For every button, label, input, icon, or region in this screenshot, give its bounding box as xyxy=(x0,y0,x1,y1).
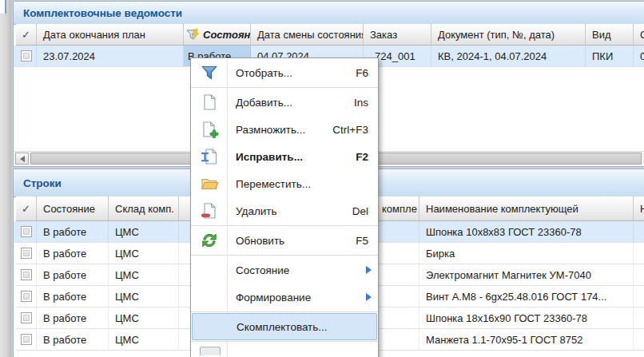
menu-item-label: Формирование xyxy=(227,292,378,303)
menu-item-label: Размножить... xyxy=(227,124,332,136)
row-check-cell[interactable] xyxy=(16,221,37,243)
menu-item-label: Отобрать... xyxy=(227,67,356,79)
cell-o: 06 xyxy=(634,46,644,67)
row-check-cell[interactable] xyxy=(16,286,37,307)
menu-item-formirovanie[interactable]: Формирование xyxy=(191,284,378,311)
column-header-check[interactable]: ✓ xyxy=(16,196,37,221)
checkmark-icon: ✓ xyxy=(22,29,30,41)
menu-item-label: Скомплектовать... xyxy=(228,321,377,333)
menu-separator xyxy=(191,225,378,226)
menu-item-label: Добавить... xyxy=(227,97,354,109)
menu-item-label: Переместить... xyxy=(227,178,368,190)
menu-item-peremestit[interactable]: Переместить... xyxy=(191,170,378,197)
cell-date-end-plan: 23.07.2024 xyxy=(37,46,184,67)
menu-item-label: Исправить... xyxy=(227,151,356,163)
cell-n xyxy=(634,243,644,264)
scroll-left-arrow-icon xyxy=(20,156,25,162)
cell-n xyxy=(634,307,644,329)
row-checkbox[interactable] xyxy=(21,334,32,345)
column-header-order[interactable]: Заказ xyxy=(364,24,431,46)
column-header-check[interactable]: ✓ xyxy=(16,24,37,46)
menu-item-label: Удалить xyxy=(227,205,352,217)
partial-icon xyxy=(200,347,221,355)
column-header-name[interactable]: Наименование комплектующей xyxy=(419,196,634,221)
column-header-kind[interactable]: Вид xyxy=(586,24,634,46)
menu-item-label: Обновить xyxy=(227,235,356,247)
menu-item-skomplektovat[interactable]: Скомплектовать... xyxy=(192,313,377,340)
cell-name: Бирка xyxy=(419,243,634,264)
context-menu: Отобрать... F6 Добавить... Ins xyxy=(190,58,379,357)
cell-name: Шпонка 10х8х83 ГОСТ 23360-78 xyxy=(419,221,634,243)
cell-state: В работе xyxy=(37,286,109,307)
menu-separator xyxy=(191,311,378,312)
menu-item-razmnozhit[interactable]: Размножить... Ctrl+F3 xyxy=(191,116,378,143)
row-check-cell[interactable] xyxy=(16,243,37,264)
menu-item-otobrat[interactable]: Отобрать... F6 xyxy=(191,59,378,86)
cell-n xyxy=(634,264,644,286)
cell-state: В работе xyxy=(37,264,109,286)
panel-title: Строки xyxy=(14,177,62,189)
menu-item-sostoyanie[interactable]: Состояние xyxy=(191,256,378,284)
scroll-left-button[interactable] xyxy=(15,153,29,165)
menu-item-shortcut: Ctrl+F3 xyxy=(332,124,378,136)
cell-warehouse: ЦМС xyxy=(109,329,179,351)
cell-warehouse: ЦМС xyxy=(109,221,179,243)
menu-item-partial[interactable] xyxy=(191,347,378,355)
filter-lightning-icon xyxy=(186,29,200,41)
column-header-o[interactable]: О xyxy=(634,24,644,46)
app-window: Комплектовочные ведомости ✓ Дата окончан… xyxy=(0,0,644,357)
page-icon xyxy=(191,93,227,112)
row-checkbox[interactable] xyxy=(21,248,32,259)
menu-separator xyxy=(191,255,378,256)
column-header-state[interactable]: Состояние xyxy=(37,196,109,221)
adjacent-panel-fragment xyxy=(0,0,6,14)
cell-kind: ПКИ xyxy=(586,46,634,67)
row-check-cell[interactable] xyxy=(16,307,37,329)
column-header-date-end-plan[interactable]: Дата окончания план xyxy=(37,24,184,46)
cell-state: В работе xyxy=(37,307,109,329)
row-check-cell[interactable] xyxy=(16,264,37,286)
cell-name: Шпонка 18х16х90 ГОСТ 23360-78 xyxy=(419,307,634,329)
panel-title: Комплектовочные ведомости xyxy=(14,7,182,19)
cell-state: В работе xyxy=(37,221,109,243)
row-checkbox[interactable] xyxy=(21,312,32,323)
row-checkbox[interactable] xyxy=(21,50,32,61)
cell-name: Манжета 1.1-70х95-1 ГОСТ 8752 xyxy=(419,329,634,351)
column-header-date-state-change[interactable]: Дата смены состояния xyxy=(251,24,364,46)
menu-item-udalit[interactable]: Удалить Del xyxy=(191,197,378,224)
column-header-warehouse[interactable]: Склад комп. xyxy=(109,196,179,221)
column-header-state[interactable]: Состояние xyxy=(184,24,251,46)
cell-n xyxy=(634,221,644,243)
cell-warehouse: ЦМС xyxy=(109,264,179,286)
menu-item-shortcut: Del xyxy=(352,205,378,217)
column-header-n[interactable]: Н xyxy=(634,196,644,221)
column-header-document[interactable]: Документ (тип, №, дата) xyxy=(431,24,586,46)
cell-name: Электромагнит Магнитек УМ-7040 xyxy=(419,264,634,286)
cell-n xyxy=(634,286,644,307)
row-check-cell[interactable] xyxy=(16,329,37,351)
menu-separator xyxy=(191,341,378,342)
menu-separator xyxy=(191,87,378,88)
cell-warehouse: ЦМС xyxy=(109,307,179,329)
menu-item-dobavit[interactable]: Добавить... Ins xyxy=(191,89,378,116)
row-checkbox[interactable] xyxy=(21,226,32,237)
checkmark-icon: ✓ xyxy=(22,203,30,215)
submenu-arrow-icon xyxy=(366,293,372,301)
page-edit-icon xyxy=(191,147,227,166)
menu-item-shortcut: F6 xyxy=(356,67,378,79)
cell-document: КВ, 2024-1, 04.07.2024 xyxy=(431,46,586,67)
column-header-state-label: Состояние xyxy=(203,29,251,41)
left-splitter[interactable] xyxy=(0,0,12,357)
row-checkbox[interactable] xyxy=(21,291,32,302)
panel-vedomosti-titlebar: Комплектовочные ведомости xyxy=(14,2,644,25)
menu-item-shortcut: F2 xyxy=(356,151,378,163)
cell-warehouse: ЦМС xyxy=(109,286,179,307)
row-checkbox[interactable] xyxy=(21,269,32,280)
row-check-cell[interactable] xyxy=(16,46,37,67)
cell-name: Винт А.М8 - 6gх25.48.016 ГОСТ 174... xyxy=(419,286,634,307)
cell-n xyxy=(634,329,644,351)
menu-item-ispravit[interactable]: Исправить... F2 xyxy=(191,143,378,170)
menu-item-obnovit[interactable]: Обновить F5 xyxy=(191,227,378,254)
menu-item-label: Состояние xyxy=(227,264,378,276)
page-plus-icon xyxy=(191,120,227,139)
